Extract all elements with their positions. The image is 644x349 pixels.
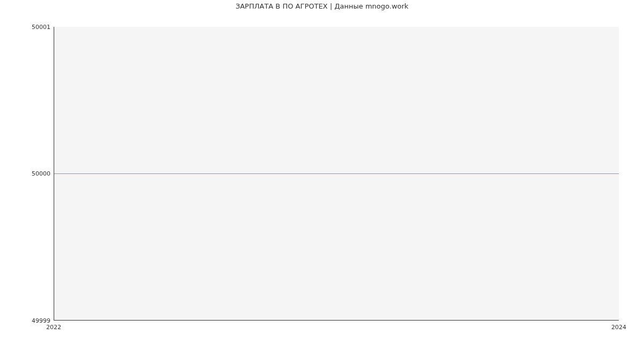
- ytick-50000: 50000: [32, 170, 50, 177]
- plot-area: [54, 27, 619, 321]
- xtick-2024: 2024: [611, 324, 626, 331]
- chart-title: ЗАРПЛАТА В ПО АГРОТЕХ | Данные mnogo.wor…: [0, 2, 644, 10]
- xtick-2022: 2022: [46, 324, 61, 331]
- ytick-49999: 49999: [32, 317, 50, 324]
- ytick-50001: 50001: [32, 24, 50, 31]
- series-line: [54, 173, 619, 174]
- chart-container: ЗАРПЛАТА В ПО АГРОТЕХ | Данные mnogo.wor…: [0, 0, 644, 349]
